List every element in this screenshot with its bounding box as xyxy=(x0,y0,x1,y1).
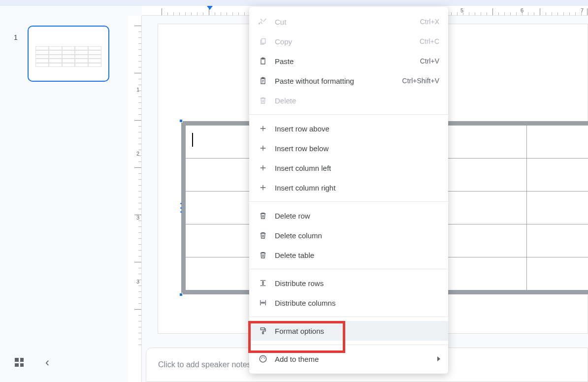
trash-icon xyxy=(258,250,268,260)
plus-icon xyxy=(258,143,268,153)
menu-label: Add to theme xyxy=(275,355,439,363)
copy-icon xyxy=(258,36,268,46)
menu-insert-row-above[interactable]: Insert row above xyxy=(249,119,448,138)
trash-icon xyxy=(258,96,268,105)
menu-insert-column-left[interactable]: Insert column left xyxy=(249,158,448,178)
menu-delete-row[interactable]: Delete row xyxy=(249,206,448,225)
menu-format-options[interactable]: Format options xyxy=(249,321,448,341)
menu-accelerator: Ctrl+C xyxy=(420,37,439,45)
menu-paste[interactable]: Paste Ctrl+V xyxy=(249,51,448,71)
menu-label: Insert column right xyxy=(275,184,439,192)
menu-accelerator: Ctrl+V xyxy=(420,57,439,65)
menu-cut: Cut Ctrl+X xyxy=(249,12,448,32)
row-drag-handle[interactable] xyxy=(179,203,182,213)
menu-separator xyxy=(249,269,448,269)
menu-label: Insert row above xyxy=(275,125,439,133)
menu-distribute-rows[interactable]: Distribute rows xyxy=(249,273,448,293)
menu-add-to-theme[interactable]: Add to theme xyxy=(249,349,448,369)
menu-label: Paste without formatting xyxy=(275,77,395,85)
menu-label: Insert column left xyxy=(275,164,439,172)
grid-view-icon[interactable] xyxy=(15,358,24,367)
menu-label: Distribute columns xyxy=(275,299,439,307)
bottom-controls xyxy=(15,355,49,369)
paste-icon xyxy=(258,56,268,66)
vertical-ruler[interactable]: 1 2 3 3 xyxy=(128,16,142,382)
menu-label: Delete table xyxy=(275,251,439,259)
slide-panel: 1 xyxy=(0,6,128,382)
menu-label: Distribute rows xyxy=(275,279,439,287)
indent-marker-icon[interactable] xyxy=(207,6,213,10)
ruler-label: 3 xyxy=(136,215,139,221)
menu-copy: Copy Ctrl+C xyxy=(249,32,448,51)
slide-number: 1 xyxy=(14,33,18,41)
plus-icon xyxy=(258,183,268,192)
resize-handle-top-left[interactable] xyxy=(179,119,183,123)
svg-point-2 xyxy=(262,356,263,357)
menu-label: Paste xyxy=(275,57,413,65)
menu-accelerator: Ctrl+Shift+V xyxy=(402,77,439,85)
trash-icon xyxy=(258,211,268,221)
menu-separator xyxy=(249,114,448,115)
menu-separator xyxy=(249,345,448,345)
slide-thumbnail-1[interactable] xyxy=(28,26,109,82)
thumbnail-table xyxy=(35,46,101,67)
ruler-label: 1 xyxy=(136,87,139,93)
menu-distribute-columns[interactable]: Distribute columns xyxy=(249,293,448,313)
palette-icon xyxy=(258,354,268,364)
menu-accelerator: Ctrl+X xyxy=(420,18,439,26)
text-cursor xyxy=(192,133,193,147)
menu-delete: Delete xyxy=(249,91,448,110)
paint-roller-icon xyxy=(258,326,268,336)
distribute-columns-icon xyxy=(258,298,268,308)
svg-point-3 xyxy=(264,358,265,359)
menu-insert-row-below[interactable]: Insert row below xyxy=(249,138,448,158)
menu-insert-column-right[interactable]: Insert column right xyxy=(249,178,448,197)
menu-label: Cut xyxy=(275,18,413,26)
submenu-arrow-icon xyxy=(437,356,440,361)
plus-icon xyxy=(258,124,268,133)
svg-point-1 xyxy=(261,358,262,359)
distribute-rows-icon xyxy=(258,278,268,288)
plus-icon xyxy=(258,163,268,173)
resize-handle-bottom-left[interactable] xyxy=(179,293,183,296)
menu-label: Delete column xyxy=(275,231,439,240)
menu-label: Delete row xyxy=(275,212,439,220)
menu-label: Format options xyxy=(275,327,439,335)
menu-delete-column[interactable]: Delete column xyxy=(249,225,448,245)
trash-icon xyxy=(258,230,268,240)
menu-separator xyxy=(249,201,448,202)
menu-paste-without-formatting[interactable]: Paste without formatting Ctrl+Shift+V xyxy=(249,71,448,91)
prev-slide-icon[interactable] xyxy=(45,355,49,369)
toolbar-area xyxy=(0,0,588,6)
menu-delete-table[interactable]: Delete table xyxy=(249,245,448,265)
menu-label: Insert row below xyxy=(275,144,439,153)
paste-plain-icon xyxy=(258,76,268,86)
context-menu: Cut Ctrl+X Copy Ctrl+C Paste Ctrl+V Past… xyxy=(249,7,448,374)
cut-icon xyxy=(258,17,268,27)
menu-separator xyxy=(249,317,448,317)
menu-label: Delete xyxy=(275,96,439,105)
menu-label: Copy xyxy=(275,37,413,46)
speaker-notes-placeholder: Click to add speaker notes xyxy=(158,360,251,369)
